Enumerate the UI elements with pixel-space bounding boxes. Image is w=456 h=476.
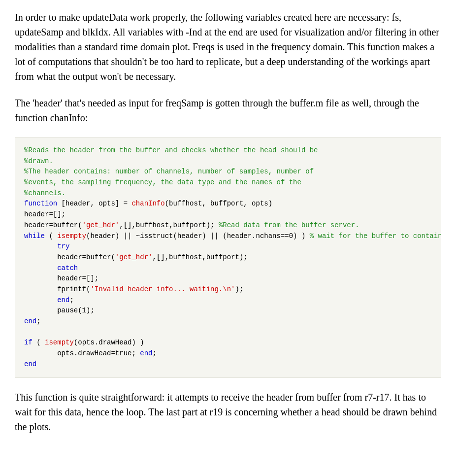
- footer-paragraph: This function is quite straightforward: …: [15, 390, 441, 434]
- code-block: %Reads the header from the buffer and ch…: [15, 137, 441, 378]
- intro-paragraph: In order to make updateData work properl…: [15, 10, 441, 84]
- header-paragraph: The 'header' that's needed as input for …: [15, 96, 441, 125]
